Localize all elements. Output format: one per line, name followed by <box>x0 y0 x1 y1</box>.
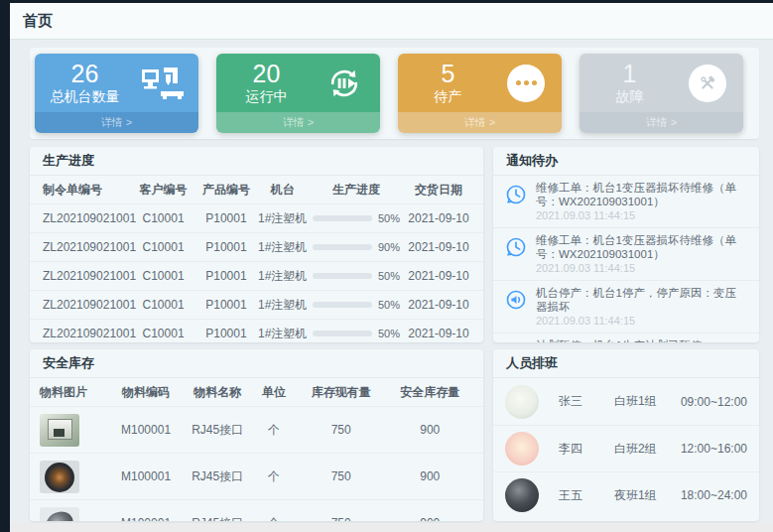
column-header: 产品编号 <box>195 182 256 199</box>
stock-table-row: M100001 RJ45接口 个 750 900 <box>30 453 483 499</box>
person-shift: 夜班1组 <box>614 487 681 504</box>
cell-order-no: ZL202109021001 <box>40 269 131 283</box>
person-time-range: 18:00~24:00 <box>681 488 747 502</box>
panel-grid: 生产进度 制令单编号 客户编号 产品编号 机台 生产进度 交货日期 <box>30 147 773 521</box>
total-machines-detail-link[interactable]: 详情 > <box>35 112 198 133</box>
personnel-schedule-panel: 人员排班 张三 白班1组 09:00~12:00 李四 白班 <box>493 349 759 521</box>
cell-safety-stock: 900 <box>387 423 473 437</box>
main-content: 26 总机台数量 <box>10 41 773 523</box>
column-header: 客户编号 <box>131 182 196 199</box>
notification-body: 机台停产：机台1停产，停产原因：变压器损坏 2021.09.03 11:44:1… <box>536 287 747 328</box>
notification-item[interactable]: 维修工单：机台1变压器损坏待维修（单号：WX202109031001） 2021… <box>493 176 759 228</box>
speaker-icon <box>505 341 527 342</box>
notification-text: 维修工单：机台1变压器损坏待维修（单号：WX202109031001） <box>536 234 747 261</box>
column-header: 生产进度 <box>309 182 404 199</box>
fault-value: 1 <box>623 61 637 87</box>
notification-timestamp: 2021.09.03 11:44:15 <box>536 315 747 328</box>
clock-icon <box>505 236 527 275</box>
cell-product-no: P10001 <box>195 211 256 225</box>
person-time-range: 12:00~16:00 <box>681 442 747 456</box>
stock-table-row: M100001 RJ45接口 个 750 900 <box>30 499 483 521</box>
stock-table-row: M100001 RJ45接口 个 750 900 <box>30 406 483 453</box>
cell-product-no: P10001 <box>195 298 256 312</box>
cell-customer-no: C10001 <box>131 211 196 225</box>
tab-home[interactable]: 首页 <box>23 12 53 31</box>
stock-table-body: M100001 RJ45接口 个 750 900 M100001 <box>30 406 483 521</box>
safety-stock-title: 安全库存 <box>30 349 483 378</box>
cell-order-no: ZL202109021001 <box>40 240 131 254</box>
person-time-range: 09:00~12:00 <box>681 395 747 409</box>
cell-delivery-date: 2021-09-10 <box>404 298 473 312</box>
column-header: 物料编码 <box>109 384 183 401</box>
progress-bar-track <box>313 331 372 336</box>
stat-card-fault[interactable]: 1 故障 <box>580 54 743 133</box>
stat-card-pending[interactable]: 5 待产 详情 > <box>398 54 562 133</box>
cell-unit: 个 <box>252 422 296 439</box>
cell-machine: 1#注塑机 <box>256 326 308 342</box>
notification-text: 机台停产：机台1停产，停产原因：变压器损坏 <box>536 287 747 314</box>
cell-customer-no: C10001 <box>131 298 196 312</box>
fault-label: 故障 <box>616 88 644 106</box>
cell-progress: 50% <box>309 270 404 282</box>
fault-detail-link[interactable]: 详情 > <box>580 112 743 133</box>
column-header: 安全库存量 <box>387 384 473 401</box>
person-shift: 白班2组 <box>614 441 681 458</box>
progress-bar-track <box>313 302 372 308</box>
window-bottom-edge <box>10 523 773 532</box>
stat-card-body: 20 运行中 <box>216 54 380 112</box>
cell-safety-stock: 900 <box>387 516 473 521</box>
total-machines-label: 总机台数量 <box>51 88 120 106</box>
cell-unit: 个 <box>252 468 296 485</box>
running-value: 20 <box>253 61 281 87</box>
cell-order-no: ZL202109021001 <box>40 298 131 312</box>
cell-current-stock: 750 <box>296 516 387 521</box>
production-table-row: ZL202109021001 C10001 P10001 1#注塑机 90% 2… <box>30 232 483 261</box>
cell-product-no: P10001 <box>195 327 256 340</box>
tab-bar: 首页 <box>10 3 773 40</box>
progress-percent: 50% <box>378 212 400 224</box>
person-name: 张三 <box>559 393 614 410</box>
notification-timestamp: 2021.09.03 11:44:15 <box>536 262 747 275</box>
notification-timestamp: 2021.09.03 11:44:15 <box>536 209 747 222</box>
cell-current-stock: 750 <box>296 469 387 483</box>
pending-detail-link[interactable]: 详情 > <box>398 112 562 133</box>
cell-customer-no: C10001 <box>131 240 196 254</box>
column-header: 物料名称 <box>183 384 252 401</box>
notification-item[interactable]: 计划暂停：机台1生产计划已暂停 2021.09.03 11:44:15 <box>493 333 759 342</box>
pending-label: 待产 <box>435 88 462 106</box>
personnel-schedule-title: 人员排班 <box>493 349 759 378</box>
notification-body: 计划暂停：机台1生产计划已暂停 2021.09.03 11:44:15 <box>536 339 702 342</box>
schedule-row: 李四 白班2组 12:00~16:00 <box>493 425 759 471</box>
stat-card-text: 26 总机台数量 <box>35 61 135 106</box>
column-header: 库存现有量 <box>296 384 387 401</box>
production-table-row: ZL202109021001 C10001 P10001 1#注塑机 50% 2… <box>30 203 483 232</box>
stat-card-body: 1 故障 <box>580 54 743 112</box>
column-header: 制令单编号 <box>40 182 131 199</box>
person-shift: 白班1组 <box>614 393 681 410</box>
stock-table-header: 物料图片 物料编码 物料名称 单位 库存现有量 安全库存量 <box>30 378 483 406</box>
cell-unit: 个 <box>252 515 296 522</box>
speaker-icon <box>505 289 527 328</box>
cell-material-name: RJ45接口 <box>183 422 252 439</box>
cell-material-code: M100001 <box>109 469 183 483</box>
schedule-row: 王五 夜班1组 18:00~24:00 <box>493 471 759 518</box>
stat-cards-panel: 26 总机台数量 <box>30 48 759 139</box>
dashboard-screen: 首页 26 总机台数量 <box>0 0 773 532</box>
material-thumbnail <box>40 414 79 447</box>
cell-progress: 50% <box>309 212 404 224</box>
stat-card-total-machines[interactable]: 26 总机台数量 <box>35 54 198 133</box>
cell-current-stock: 750 <box>296 423 387 437</box>
cell-order-no: ZL202109021001 <box>40 211 131 225</box>
cell-progress: 50% <box>309 299 404 311</box>
notification-item[interactable]: 机台停产：机台1停产，停产原因：变压器损坏 2021.09.03 11:44:1… <box>493 281 759 333</box>
cell-safety-stock: 900 <box>387 469 473 483</box>
stat-card-body: 5 待产 <box>398 54 562 112</box>
progress-percent: 50% <box>378 299 400 311</box>
progress-percent: 90% <box>378 241 400 253</box>
stat-card-running[interactable]: 20 运行中 <box>216 54 380 133</box>
window-top-edge <box>0 0 773 3</box>
progress-percent: 50% <box>378 328 400 339</box>
notification-item[interactable]: 维修工单：机台1变压器损坏待维修（单号：WX202109031001） 2021… <box>493 228 759 281</box>
cell-material-image <box>40 507 109 522</box>
running-detail-link[interactable]: 详情 > <box>216 112 380 133</box>
